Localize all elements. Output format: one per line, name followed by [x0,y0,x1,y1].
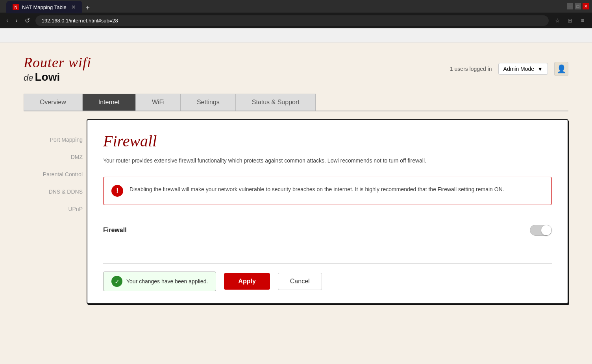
toggle-knob [541,225,551,235]
cancel-button[interactable]: Cancel [278,273,322,290]
logo-line1: Router wifi [24,54,91,71]
address-icons: ☆ ⊞ ≡ [553,16,587,25]
tab-internet[interactable]: Internet [82,94,136,111]
tab-settings[interactable]: Settings [181,94,236,111]
firewall-toggle-row: Firewall [103,221,552,240]
sidebar-item-dmz[interactable]: DMZ [24,148,87,166]
users-logged-text: 1 users logged in [450,66,492,72]
firewall-toggle[interactable] [530,225,552,236]
admin-avatar: 👤 [554,62,568,76]
page-title: Firewall [103,132,552,150]
sidebar-item-upnp[interactable]: UPnP [24,200,87,218]
close-button[interactable]: ✕ [583,3,589,9]
nav-tabs: Overview Internet WiFi Settings Status &… [24,94,568,111]
success-icon: ✓ [111,276,122,287]
admin-mode-select[interactable]: Admin Mode ▼ [498,63,548,75]
bookmarks-bar [0,28,592,42]
forward-button[interactable]: › [14,15,19,26]
extensions-icon[interactable]: ⊞ [565,16,575,25]
sidebar-item-dns-ddns[interactable]: DNS & DDNS [24,183,87,200]
tab-title: NAT Mapping Table [22,4,67,10]
content-area: Port Mapping DMZ Parental Control DNS & … [24,111,568,304]
logo-de: de [24,73,33,83]
browser-tab-active[interactable]: N NAT Mapping Table ✕ [6,1,82,13]
new-tab-button[interactable]: + [82,2,93,13]
tab-close-button[interactable]: ✕ [71,4,76,10]
tab-bar: N NAT Mapping Table ✕ + [3,0,564,13]
warning-icon: ! [111,185,123,197]
admin-dropdown-icon: ▼ [537,66,543,72]
header-right: 1 users logged in Admin Mode ▼ 👤 [450,62,568,76]
menu-icon[interactable]: ≡ [578,16,587,25]
browser-titlebar: N NAT Mapping Table ✕ + — □ ✕ [0,0,592,13]
sidebar-item-parental-control[interactable]: Parental Control [24,166,87,183]
tab-overview[interactable]: Overview [24,94,82,111]
warning-text: Disabling the firewall will make your ne… [130,185,504,194]
admin-mode-label: Admin Mode [503,66,535,72]
logo-lowi: Lowi [35,71,60,83]
window-controls: — □ ✕ [567,3,589,9]
tab-wifi[interactable]: WiFi [136,94,181,111]
restore-button[interactable]: □ [575,3,581,9]
back-button[interactable]: ‹ [5,15,10,26]
minimize-button[interactable]: — [567,3,573,9]
tab-status-support[interactable]: Status & Support [236,94,316,111]
bookmark-icon[interactable]: ☆ [553,16,562,25]
sidebar-item-port-mapping[interactable]: Port Mapping [24,131,87,148]
sidebar: Port Mapping DMZ Parental Control DNS & … [24,119,87,304]
reload-button[interactable]: ↺ [23,15,31,26]
address-field[interactable] [35,15,549,26]
success-message-text: Your changes have been applied. [126,278,208,285]
footer-bar: ✓ Your changes have been applied. Apply … [103,263,552,291]
firewall-description: Your router provides extensive firewall … [103,157,552,165]
firewall-label: Firewall [103,227,127,234]
success-message-box: ✓ Your changes have been applied. [103,272,216,291]
router-ui: Router wifi de Lowi 1 users logged in Ad… [0,42,592,364]
address-bar: ‹ › ↺ ☆ ⊞ ≡ [0,13,592,28]
warning-box: ! Disabling the firewall will make your … [103,177,552,205]
apply-button[interactable]: Apply [224,273,270,290]
browser-chrome: N NAT Mapping Table ✕ + — □ ✕ ‹ › ↺ ☆ ⊞ … [0,0,592,42]
tab-favicon: N [13,4,19,10]
header: Router wifi de Lowi 1 users logged in Ad… [0,50,592,87]
main-panel: Firewall Your router provides extensive … [87,119,568,304]
logo-area: Router wifi de Lowi [24,54,91,83]
